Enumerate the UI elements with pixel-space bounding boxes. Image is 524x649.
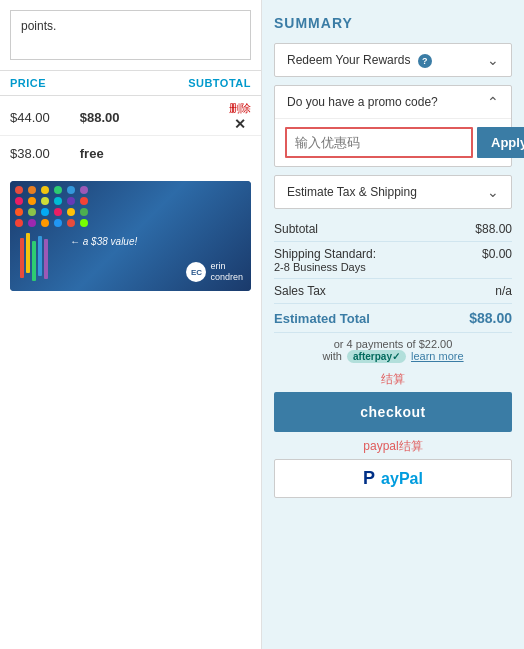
tax-accordion[interactable]: Estimate Tax & Shipping ⌄ (274, 175, 512, 209)
product-image: ← a $38 value! EC erin condren (10, 181, 251, 291)
paypal-p-letter: P (363, 468, 375, 489)
apply-button[interactable]: Apply (477, 127, 524, 158)
estimated-total-row: Estimated Total $88.00 (274, 304, 512, 333)
product1-price: $44.00 (10, 110, 50, 125)
table-header: PRICE SUBTOTAL (0, 70, 261, 96)
promo-label: Do you have a promo code? (287, 95, 438, 109)
summary-totals: Subtotal $88.00 Shipping Standard: 2-8 B… (274, 217, 512, 371)
tax-chevron-icon: ⌄ (487, 184, 499, 200)
tax-accordion-header[interactable]: Estimate Tax & Shipping ⌄ (275, 176, 511, 208)
product1-subtotal: $88.00 (80, 110, 120, 125)
brand-logo: EC erin condren (186, 261, 243, 283)
points-text: points. (21, 19, 56, 33)
promo-accordion-header[interactable]: Do you have a promo code? ⌃ (275, 86, 511, 118)
promo-chevron-icon: ⌃ (487, 94, 499, 110)
checkout-cn-label: 结算 (274, 371, 512, 388)
help-icon[interactable]: ? (418, 54, 432, 68)
shipping-left: Shipping Standard: 2-8 Business Days (274, 247, 376, 273)
shipping-days: 2-8 Business Days (274, 261, 376, 273)
afterpay-text2: with (322, 350, 342, 362)
tax-row: Sales Tax n/a (274, 279, 512, 304)
paypal-cn-label: paypal结算 (274, 438, 512, 455)
summary-title: SUMMARY (274, 15, 512, 31)
delete-x: ✕ (234, 116, 246, 132)
afterpay-learn-more[interactable]: learn more (411, 350, 464, 362)
subtotal-header: SUBTOTAL (188, 77, 251, 89)
shipping-row: Shipping Standard: 2-8 Business Days $0.… (274, 242, 512, 279)
brand-text: erin condren (210, 261, 243, 283)
free-row: $38.00 free (0, 135, 261, 171)
price-header: PRICE (10, 77, 46, 89)
rewards-accordion-header[interactable]: Redeem Your Rewards ? ⌄ (275, 44, 511, 76)
dots-decoration (15, 186, 90, 227)
promo-input-row: Apply (285, 127, 501, 158)
afterpay-badge: afterpay✓ (347, 350, 406, 363)
brand-icon: EC (186, 262, 206, 282)
left-panel: points. PRICE SUBTOTAL 删除 ✕ $44.00 $88.0… (0, 0, 262, 649)
rewards-label: Redeem Your Rewards ? (287, 53, 432, 68)
shipping-label: Shipping Standard: (274, 247, 376, 261)
delete-label: 删除 (229, 101, 251, 116)
promo-expanded-content: Apply (275, 118, 511, 166)
summary-panel: SUMMARY Redeem Your Rewards ? ⌄ Do you h… (262, 0, 524, 649)
tax-label: Estimate Tax & Shipping (287, 185, 417, 199)
promo-code-input[interactable] (285, 127, 473, 158)
paypal-text: ayPal (381, 470, 423, 488)
paypal-button[interactable]: P ayPal (274, 459, 512, 498)
checkout-button[interactable]: checkout (274, 392, 512, 432)
estimated-total-value: $88.00 (469, 310, 512, 326)
promo-accordion: Do you have a promo code? ⌃ Apply (274, 85, 512, 167)
rewards-accordion[interactable]: Redeem Your Rewards ? ⌄ (274, 43, 512, 77)
tax-row-label: Sales Tax (274, 284, 326, 298)
delete-button-1[interactable]: 删除 ✕ (229, 101, 251, 132)
points-box: points. (10, 10, 251, 60)
estimated-total-label: Estimated Total (274, 311, 370, 326)
afterpay-row: or 4 payments of $22.00 with afterpay✓ l… (274, 333, 512, 371)
free-label: free (80, 146, 104, 161)
product-image-inner: ← a $38 value! EC erin condren (10, 181, 251, 291)
rewards-chevron-icon: ⌄ (487, 52, 499, 68)
subtotal-row: Subtotal $88.00 (274, 217, 512, 242)
afterpay-text1: or 4 payments of $22.00 (334, 338, 453, 350)
subtotal-value: $88.00 (475, 222, 512, 236)
tax-row-value: n/a (495, 284, 512, 298)
arrow-label: ← a $38 value! (70, 236, 137, 247)
price-subtotal-row: $44.00 $88.00 (10, 110, 251, 125)
subtotal-label: Subtotal (274, 222, 318, 236)
pencils-decoration (20, 233, 48, 281)
product-row-1: 删除 ✕ $44.00 $88.00 (0, 96, 261, 135)
shipping-value: $0.00 (482, 247, 512, 273)
product2-price: $38.00 (10, 146, 50, 161)
